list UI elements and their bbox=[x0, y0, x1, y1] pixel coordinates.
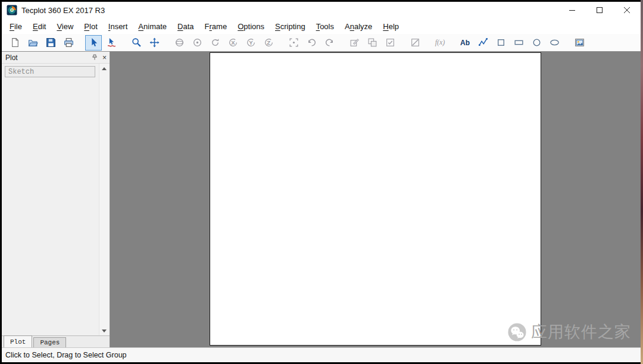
plot-frame[interactable] bbox=[210, 52, 541, 346]
svg-text:Y: Y bbox=[249, 39, 253, 46]
menu-insert[interactable]: Insert bbox=[103, 20, 133, 33]
tab-plot[interactable]: Plot bbox=[4, 335, 32, 347]
tecplot-window: Tecplot 360 EX 2017 R3 File Edit View Pl… bbox=[2, 2, 641, 362]
workspace[interactable]: 应用软件之家 bbox=[110, 52, 641, 347]
sidebar-tabs: Plot Pages bbox=[2, 335, 110, 347]
function-icon: f(x) bbox=[435, 38, 445, 47]
tab-pages[interactable]: Pages bbox=[33, 337, 66, 347]
rotate-rollerball-icon bbox=[192, 37, 202, 48]
rectangle-tool-button[interactable] bbox=[510, 35, 527, 51]
maximize-icon bbox=[597, 7, 603, 13]
wechat-logo-icon bbox=[507, 322, 527, 342]
create-frame-button[interactable] bbox=[571, 35, 588, 51]
plot-type-dropdown[interactable]: Sketch bbox=[5, 66, 95, 77]
menu-tools[interactable]: Tools bbox=[311, 20, 339, 33]
minimize-button[interactable] bbox=[558, 2, 586, 18]
rotate-y-button[interactable]: Y bbox=[242, 35, 259, 51]
polyline-tool-button[interactable] bbox=[475, 35, 491, 51]
menu-help[interactable]: Help bbox=[377, 20, 404, 33]
maximize-button[interactable] bbox=[586, 2, 613, 18]
rotate-spherical-icon bbox=[174, 37, 185, 48]
extended-redraw-button[interactable] bbox=[407, 35, 423, 51]
menu-options[interactable]: Options bbox=[232, 20, 270, 33]
plot-sidebar: Plot × Sketch bbox=[2, 52, 110, 347]
rotate-rollerball-button[interactable] bbox=[189, 35, 205, 51]
rotate-z-button[interactable]: Z bbox=[260, 35, 277, 51]
sidebar-panel-title: Plot bbox=[5, 54, 18, 62]
function-tool-button[interactable]: f(x) bbox=[432, 35, 448, 51]
tecplot-logo-icon bbox=[7, 5, 17, 15]
menu-edit[interactable]: Edit bbox=[27, 20, 51, 33]
rectangle-shape-icon bbox=[514, 37, 524, 48]
menu-view[interactable]: View bbox=[51, 20, 79, 33]
menubar: File Edit View Plot Insert Animate Data … bbox=[2, 18, 641, 34]
watermark: 应用软件之家 bbox=[507, 321, 631, 343]
titlebar: Tecplot 360 EX 2017 R3 bbox=[2, 2, 641, 18]
create-frame-icon bbox=[575, 37, 585, 48]
panel-close-icon[interactable]: × bbox=[102, 54, 107, 61]
translate-tool-button[interactable] bbox=[146, 35, 163, 51]
ellipse-tool-button[interactable] bbox=[546, 35, 563, 51]
watermark-text: 应用软件之家 bbox=[531, 321, 631, 343]
rotate-y-icon: Y bbox=[246, 37, 256, 48]
menu-frame[interactable]: Frame bbox=[199, 20, 233, 33]
print-icon bbox=[64, 37, 74, 48]
scroll-up-icon[interactable] bbox=[99, 64, 110, 73]
new-layout-button[interactable] bbox=[7, 35, 23, 51]
rotate-x-button[interactable]: X bbox=[224, 35, 241, 51]
undo-arrow-icon bbox=[307, 37, 317, 48]
redraw-all-icon bbox=[367, 37, 377, 48]
svg-text:Z: Z bbox=[267, 39, 270, 46]
print-button[interactable] bbox=[60, 35, 77, 51]
statusbar: Click to Select, Drag to Select Group bbox=[2, 347, 641, 362]
auto-redraw-button[interactable] bbox=[382, 35, 398, 51]
tab-plot-label: Plot bbox=[10, 338, 26, 346]
circle-tool-button[interactable] bbox=[528, 35, 545, 51]
menu-data[interactable]: Data bbox=[172, 20, 199, 33]
sidebar-scrollbar[interactable] bbox=[99, 64, 109, 335]
svg-text:X: X bbox=[231, 39, 235, 46]
close-button[interactable] bbox=[613, 2, 641, 18]
scroll-down-icon[interactable] bbox=[99, 326, 110, 335]
auto-redraw-icon bbox=[385, 37, 395, 48]
rotate-z-icon: Z bbox=[264, 37, 274, 48]
rotate-spherical-button[interactable] bbox=[171, 35, 188, 51]
select-tool-button[interactable] bbox=[85, 35, 102, 51]
rotate-twist-button[interactable] bbox=[207, 35, 223, 51]
dock-pin-icon[interactable] bbox=[92, 54, 98, 61]
square-tool-button[interactable] bbox=[492, 35, 509, 51]
circle-shape-icon bbox=[532, 37, 542, 48]
close-icon bbox=[624, 7, 630, 13]
fit-view-button[interactable] bbox=[285, 35, 302, 51]
save-floppy-icon bbox=[46, 37, 56, 48]
adjust-tool-button[interactable] bbox=[103, 35, 120, 51]
open-button[interactable] bbox=[24, 35, 41, 51]
zoom-tool-button[interactable] bbox=[128, 35, 145, 51]
menu-animate[interactable]: Animate bbox=[133, 20, 172, 33]
menu-file[interactable]: File bbox=[4, 20, 27, 33]
menu-analyze[interactable]: Analyze bbox=[339, 20, 377, 33]
polyline-icon bbox=[478, 37, 488, 48]
undo-view-button[interactable] bbox=[303, 35, 320, 51]
minimize-icon bbox=[569, 7, 575, 13]
menu-scripting[interactable]: Scripting bbox=[270, 20, 311, 33]
redraw-all-button[interactable] bbox=[364, 35, 380, 51]
redo-view-button[interactable] bbox=[321, 35, 338, 51]
tab-pages-label: Pages bbox=[40, 339, 60, 346]
status-message: Click to Select, Drag to Select Group bbox=[5, 351, 127, 359]
square-shape-icon bbox=[496, 37, 506, 48]
screen-edge-artifact bbox=[641, 0, 643, 364]
menu-plot[interactable]: Plot bbox=[79, 20, 102, 33]
text-tool-button[interactable]: Ab bbox=[457, 35, 473, 51]
save-button[interactable] bbox=[42, 35, 59, 51]
fit-view-icon bbox=[289, 37, 299, 48]
window-title: Tecplot 360 EX 2017 R3 bbox=[21, 6, 105, 15]
sidebar-panel-header: Plot × bbox=[2, 52, 110, 64]
redo-arrow-icon bbox=[324, 37, 335, 48]
rotate-twist-icon bbox=[210, 37, 220, 48]
toolbar: X Y Z bbox=[2, 34, 641, 52]
adjust-arrow-icon bbox=[107, 37, 117, 48]
redraw-button[interactable] bbox=[346, 35, 363, 51]
rotate-x-icon: X bbox=[228, 37, 238, 48]
redraw-icon bbox=[349, 37, 360, 48]
